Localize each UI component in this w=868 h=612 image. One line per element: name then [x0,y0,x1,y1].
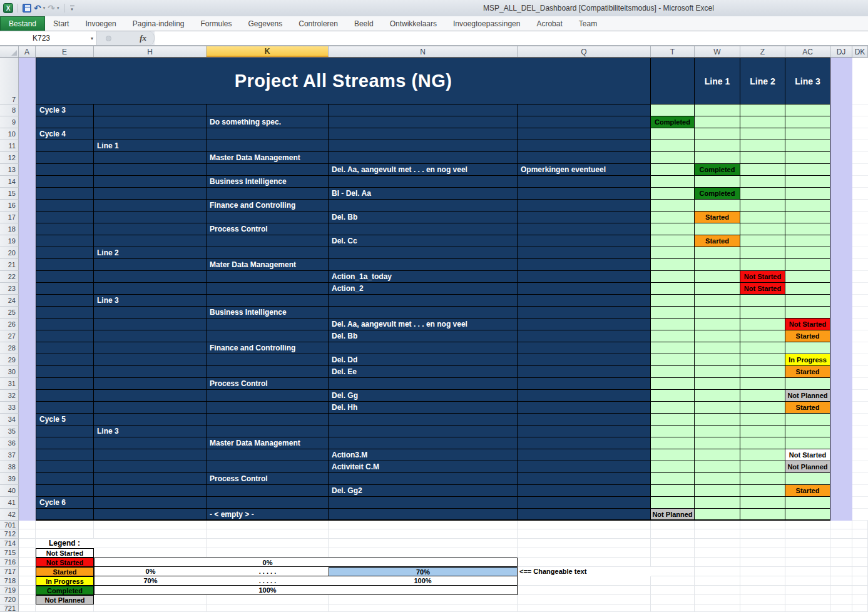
cell-N9[interactable] [329,116,518,128]
cell-DJ11[interactable] [830,140,852,152]
row-header-17[interactable]: 17 [0,212,19,223]
cell-T31[interactable] [651,378,695,390]
cell-Q9[interactable] [518,116,651,128]
cell-Z42[interactable] [740,509,785,521]
cell-E34[interactable]: Cycle 5 [36,414,94,426]
cell-DJ16[interactable] [830,200,852,212]
cell-H21[interactable] [94,259,207,271]
cell-T714[interactable] [651,539,695,548]
row-header-42[interactable]: 42 [0,509,19,521]
cell-Z21[interactable] [740,259,785,271]
cell-T712[interactable] [651,529,695,539]
cell-T18[interactable] [651,223,695,235]
row-header-720[interactable]: 720 [0,595,19,604]
cell-N719[interactable] [329,586,518,595]
row-header-28[interactable]: 28 [0,342,19,354]
cell-T719[interactable] [651,586,695,595]
cell-K35[interactable] [207,426,329,437]
cell-AC18[interactable] [785,223,830,235]
status-badge-AC30[interactable]: Started [785,366,830,378]
row-header-11[interactable]: 11 [0,140,19,152]
row-header-717[interactable]: 717 [0,567,19,576]
cell-E714[interactable]: Legend : [36,539,94,548]
status-badge-AC37[interactable]: Not Started [785,449,830,461]
cell-AC11[interactable] [785,140,830,152]
cell-H701[interactable] [94,521,207,529]
fx-icon[interactable]: fx [140,33,146,43]
cell-T22[interactable] [651,271,695,283]
cell-H36[interactable] [94,437,207,449]
cell-DJ17[interactable] [830,212,852,223]
cell-DK18[interactable] [852,223,868,235]
row-header-16[interactable]: 16 [0,200,19,212]
cell-DK42[interactable] [852,509,868,521]
cell-Z15[interactable] [740,188,785,200]
cell-W24[interactable] [695,295,740,307]
status-badge-AC40[interactable]: Started [785,485,830,497]
cell-DJ717[interactable] [830,567,852,576]
cell-N28[interactable] [329,342,518,354]
cell-T29[interactable] [651,354,695,366]
cell-H16[interactable] [94,200,207,212]
cell-DJ8[interactable] [830,105,852,116]
row-header-719[interactable]: 719 [0,586,19,595]
cell-H12[interactable] [94,152,207,164]
cell-DK23[interactable] [852,283,868,295]
cell-Z12[interactable] [740,152,785,164]
cell-E22[interactable] [36,271,94,283]
cell-Z31[interactable] [740,378,785,390]
cell-DK721[interactable] [852,604,868,612]
cell-Z13[interactable] [740,164,785,176]
cell-N39[interactable] [329,473,518,485]
cell-E41[interactable]: Cycle 6 [36,497,94,509]
cell-DK15[interactable] [852,188,868,200]
cell-W8[interactable] [695,105,740,116]
col-header-E[interactable]: E [36,46,94,57]
cell-H14[interactable] [94,176,207,188]
cell-Q41[interactable] [518,497,651,509]
cell-Q11[interactable] [518,140,651,152]
cell-Z19[interactable] [740,235,785,247]
cell-AC16[interactable] [785,200,830,212]
cell-AC20[interactable] [785,247,830,259]
cell-A7[interactable] [19,58,36,105]
col-header-AC[interactable]: AC [785,46,830,57]
cell-E37[interactable] [36,449,94,461]
cell-W11[interactable] [695,140,740,152]
cell-Q14[interactable] [518,176,651,188]
cell-Z30[interactable] [740,366,785,378]
cell-W10[interactable] [695,128,740,140]
cell-H13[interactable] [94,164,207,176]
cell-A716[interactable] [19,558,36,567]
ribbon-tab-acrobat[interactable]: Acrobat [528,16,570,31]
cell-K718[interactable]: . . . . . [207,576,329,586]
status-badge-AC27[interactable]: Started [785,330,830,342]
cell-Q701[interactable] [518,521,651,529]
ribbon-tab-controleren[interactable]: Controleren [290,16,346,31]
status-badge-AC32[interactable]: Not Planned [785,390,830,402]
cell-A41[interactable] [19,497,36,509]
cell-K39[interactable]: Process Control [207,473,329,485]
cell-E24[interactable] [36,295,94,307]
cell-T37[interactable] [651,449,695,461]
cell-H22[interactable] [94,271,207,283]
cell-N19[interactable]: Del. Cc [329,235,518,247]
cell-Q22[interactable] [518,271,651,283]
cell-N29[interactable]: Del. Dd [329,354,518,366]
cell-DK14[interactable] [852,176,868,188]
cell-A714[interactable] [19,539,36,548]
cell-E30[interactable] [36,366,94,378]
row-header-712[interactable]: 712 [0,529,19,539]
status-badge-AC29[interactable]: In Progress [785,354,830,366]
cell-N8[interactable] [329,105,518,116]
cell-Z33[interactable] [740,402,785,414]
cell-T7[interactable] [651,58,695,105]
cell-E9[interactable] [36,116,94,128]
cell-W9[interactable] [695,116,740,128]
cell-K31[interactable]: Process Control [207,378,329,390]
cell-AC14[interactable] [785,176,830,188]
row-header-39[interactable]: 39 [0,473,19,485]
cell-W712[interactable] [695,529,740,539]
cell-AC715[interactable] [785,548,830,558]
cell-A13[interactable] [19,164,36,176]
